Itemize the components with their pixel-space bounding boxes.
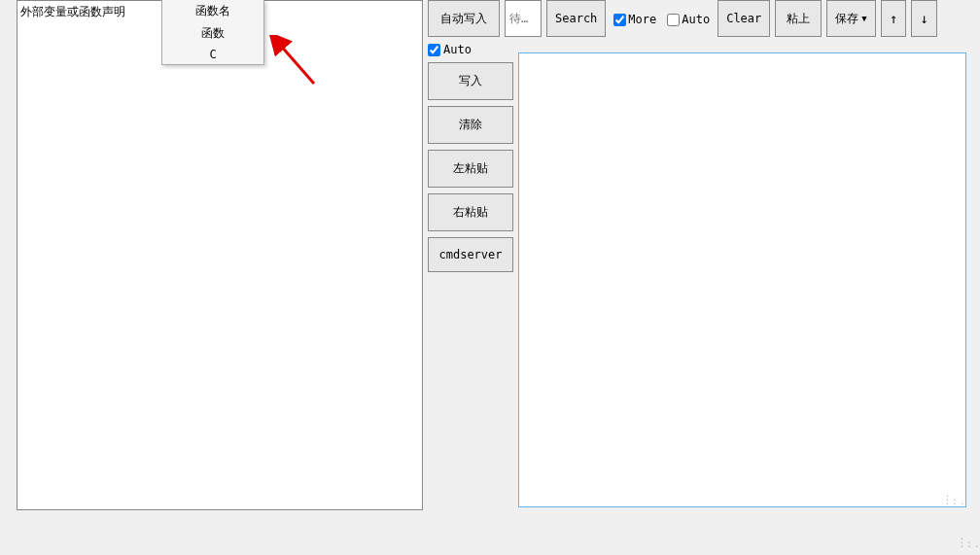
context-menu-item-function-name[interactable]: 函数名 [162, 0, 263, 22]
save-button[interactable]: 保存▼ [826, 0, 875, 37]
auto-checkbox-side[interactable] [428, 44, 440, 56]
auto-checkbox-group[interactable]: Auto [664, 0, 713, 39]
side-button-panel: Auto 写入 清除 左粘贴 右粘贴 cmdserver [428, 41, 513, 278]
context-menu-item-function[interactable]: 函数 [162, 22, 263, 45]
paste-right-button[interactable]: 右粘贴 [428, 193, 513, 231]
more-label: More [628, 13, 656, 26]
search-button[interactable]: Search [546, 0, 606, 37]
cmdserver-button[interactable]: cmdserver [428, 237, 513, 272]
wait-input[interactable] [505, 0, 542, 37]
down-arrow-button[interactable]: ↓ [911, 0, 936, 37]
left-panel-declaration-text: 外部变量或函数声明 [20, 4, 125, 20]
auto-write-button[interactable]: 自动写入 [428, 0, 500, 37]
window-resize-icon: .. .. . . [960, 536, 978, 547]
top-toolbar: 自动写入 Search More Auto Clear 粘上 保存▼ ↑ ↓ [428, 0, 980, 39]
context-menu-item-c[interactable]: C [162, 45, 263, 64]
auto-label-toolbar: Auto [682, 13, 710, 26]
clear-button-side[interactable]: 清除 [428, 106, 513, 144]
more-checkbox-group[interactable]: More [611, 0, 659, 39]
write-button[interactable]: 写入 [428, 62, 513, 100]
up-arrow-button[interactable]: ↑ [881, 0, 906, 37]
more-checkbox[interactable] [613, 14, 626, 26]
context-menu: 函数名 函数 C [161, 0, 264, 65]
textarea-resize-icon: .. .. . . [945, 493, 963, 504]
left-text-panel[interactable]: 外部变量或函数声明 [17, 0, 423, 510]
auto-checkbox-side-group[interactable]: Auto [428, 41, 513, 62]
paste-button[interactable]: 粘上 [775, 0, 822, 37]
paste-left-button[interactable]: 左粘贴 [428, 150, 513, 188]
dropdown-icon: ▼ [861, 14, 866, 23]
auto-checkbox-toolbar[interactable] [667, 14, 680, 26]
clear-button-toolbar[interactable]: Clear [718, 0, 770, 37]
right-text-area[interactable]: .. .. . . [518, 52, 966, 507]
auto-label-side: Auto [443, 43, 472, 56]
